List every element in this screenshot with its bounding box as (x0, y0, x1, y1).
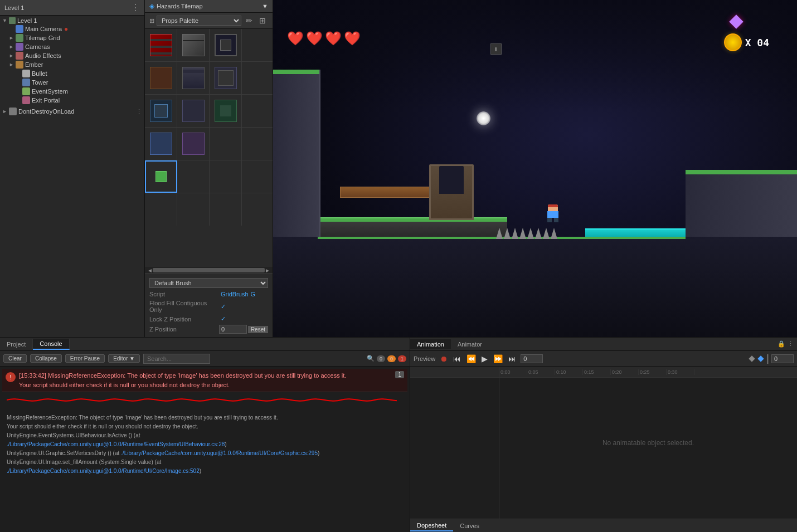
tilemap-panel: ◈ Hazards Tilemap ▼ ⊞ Props Palette Haza… (145, 0, 273, 337)
hierarchy-more-icon[interactable]: ⋮ (131, 2, 140, 13)
tile-cell-5-3[interactable] (210, 160, 242, 193)
tile-cell-4-2[interactable] (177, 128, 210, 160)
hierarchy-header: Level 1 ⋮ (0, 0, 144, 16)
tab-console[interactable]: Console (33, 339, 69, 350)
tree-item-cameras[interactable]: ► Cameras (0, 42, 144, 51)
tilemap-dropdown-icon[interactable]: ▼ (262, 3, 268, 9)
fps-input[interactable] (771, 354, 794, 363)
prev-frame-btn[interactable]: ⏪ (465, 353, 477, 364)
brush-z-position-row: Z Position Reset (149, 324, 268, 335)
tile-row-3 (145, 95, 273, 128)
pause-button[interactable]: ⏸ (490, 43, 502, 55)
tree-item-main-camera[interactable]: Main Camera ● (0, 25, 144, 33)
tab-animator[interactable]: Animator (451, 339, 489, 349)
tile-cell-1-2[interactable] (177, 29, 210, 61)
error-pause-btn[interactable]: Error Pause (65, 354, 105, 363)
icon-ember (16, 61, 23, 69)
tile-cell-6-3[interactable] (210, 193, 242, 226)
tab-animation[interactable]: Animation (410, 339, 451, 349)
goto-end-btn[interactable]: ⏭ (507, 353, 517, 364)
tile-cell-3-2[interactable] (177, 95, 210, 127)
palette-grid-icon: ⊞ (149, 17, 154, 25)
anim-no-object-msg: No animatable object selected. (602, 439, 694, 447)
console-content: ! [15:33:42] MissingReferenceException: … (0, 367, 410, 532)
collapse-btn[interactable]: Collapse (30, 354, 62, 363)
scroll-right-arrow[interactable]: ► (265, 267, 270, 274)
record-btn[interactable]: ⏺ (439, 353, 449, 364)
dopesheet-label: Dopesheet (417, 522, 446, 529)
anim-lock-icon[interactable]: 🔒 (777, 340, 785, 348)
anim-tab-dopesheet[interactable]: Dopesheet (410, 520, 453, 531)
next-frame-btn[interactable]: ⏩ (492, 353, 504, 364)
palette-grid-btn[interactable]: ⊞ (257, 15, 268, 26)
curves-icon[interactable]: | (766, 353, 769, 364)
stack-link-2[interactable]: ./Library/PackageCache/com.unity.ugui@1.… (121, 450, 318, 456)
timeline-marks: 0:00 0:05 0:10 0:15 0:20 0:25 0:30 (499, 369, 694, 375)
platform-1 (318, 220, 507, 237)
tile-cell-2-1[interactable] (145, 62, 177, 94)
tile-cell-4-3[interactable] (210, 128, 242, 160)
mark-4: 0:20 (611, 369, 639, 375)
brush-dropdown[interactable]: Default Brush (149, 278, 268, 288)
tile-cell-3-3[interactable] (210, 95, 242, 127)
brush-section: Default Brush Script GridBrush G Flood F… (145, 274, 273, 337)
mark-0: 0:00 (499, 369, 527, 375)
anim-content: 0:00 0:05 0:10 0:15 0:20 0:25 0:30 No an… (410, 367, 797, 519)
bottom-tabs: Project Console (0, 338, 410, 351)
anim-right-controls: | (749, 353, 794, 364)
anim-more-icon[interactable]: ⋮ (788, 340, 794, 348)
tile-cell-2-2[interactable] (177, 62, 210, 94)
clear-btn[interactable]: Clear (3, 354, 27, 363)
tree-item-dont-destroy[interactable]: ► DontDestroyOnLoad ⋮ (0, 107, 144, 116)
brush-flood-fill-row: Flood Fill Contiguous Only ✓ (149, 299, 268, 314)
stack-link-1[interactable]: ./Library/PackageCache/com.unity.ugui@1.… (7, 441, 225, 447)
play-btn[interactable]: ▶ (480, 353, 489, 364)
tab-project-label: Project (7, 341, 26, 348)
palette-pencil-btn[interactable]: ✏ (244, 15, 255, 26)
tile-cell-5-1[interactable] (145, 160, 177, 193)
brush-lock-z-label: Lock Z Position (149, 316, 216, 323)
tree-item-exit-portal[interactable]: Exit Portal (0, 96, 144, 105)
glowing-orb (477, 111, 490, 125)
tile-cell-4-1[interactable] (145, 128, 177, 160)
stone-door (429, 164, 474, 220)
tile-cell-2-3[interactable] (210, 62, 242, 94)
stack-link-3[interactable]: ./Library/PackageCache/com.unity.ugui@1.… (7, 468, 200, 474)
tile-cell-5-2[interactable] (177, 160, 210, 193)
brush-script-row: Script GridBrush G (149, 290, 268, 299)
tilemap-title: Hazards Tilemap (157, 3, 203, 9)
tree-item-level1[interactable]: ▼ Level 1 (0, 17, 144, 25)
tree-item-audio-effects[interactable]: ► Audio Effects (0, 51, 144, 60)
arrow-audio-effects: ► (9, 53, 16, 58)
arrow-tilemap-grid: ► (9, 35, 16, 41)
brush-z-position-input[interactable] (219, 325, 247, 334)
tab-project[interactable]: Project (0, 339, 33, 349)
goto-start-btn[interactable]: ⏮ (452, 353, 462, 364)
icon-main-camera (16, 25, 23, 33)
tilemap-scrollbar[interactable]: ◄ ► (145, 267, 273, 274)
brush-gridbbrush-label: GridBrush (221, 291, 249, 297)
tree-item-bullet[interactable]: Bullet (0, 69, 144, 78)
hierarchy-content: ▼ Level 1 Main Camera ● ► Tilemap Grid (0, 16, 144, 337)
tree-item-ember[interactable]: ► Ember (0, 60, 144, 69)
editor-btn[interactable]: Editor ▼ (108, 354, 140, 363)
brush-reset-btn[interactable]: Reset (248, 326, 268, 333)
anim-tab-curves[interactable]: Curves (453, 521, 486, 531)
tile-cell-3-1[interactable] (145, 95, 177, 127)
tile-cell-1-3[interactable] (210, 29, 242, 61)
tile-cell-6-1[interactable] (145, 193, 177, 226)
tree-item-event-system[interactable]: EventSystem (0, 87, 144, 96)
scroll-thumb[interactable] (153, 268, 265, 272)
tile-cell-1-1[interactable] (145, 29, 177, 61)
scroll-left-arrow[interactable]: ◄ (147, 267, 153, 274)
error-count: 1 (395, 371, 404, 378)
tile-cell-6-2[interactable] (177, 193, 210, 226)
dont-destroy-more[interactable]: ⋮ (136, 108, 142, 115)
console-search-input[interactable] (143, 354, 210, 364)
tree-item-tilemap-grid[interactable]: ► Tilemap Grid (0, 33, 144, 42)
tree-item-tower[interactable]: Tower (0, 78, 144, 87)
frame-input[interactable] (521, 354, 543, 363)
palette-select[interactable]: Props Palette Hazards Palette Background… (157, 16, 241, 26)
error-message-line1: [15:33:42] MissingReferenceException: Th… (19, 372, 346, 379)
diamond-icon-1 (749, 355, 755, 362)
